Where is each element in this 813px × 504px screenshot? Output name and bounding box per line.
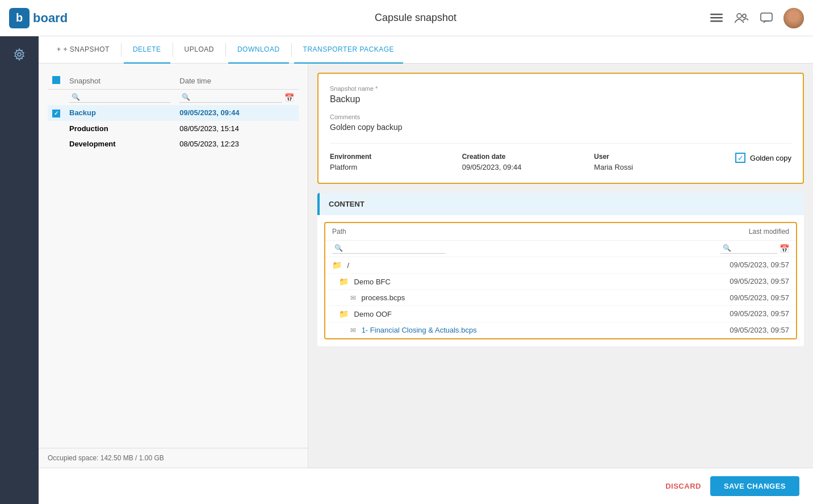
snapshot-name-1: Backup [65, 105, 175, 121]
content-title: CONTENT [317, 193, 804, 215]
search-row: 📅 [48, 90, 299, 106]
col-path: Path [325, 223, 635, 241]
col-datetime: Date time [175, 73, 299, 90]
calendar-icon[interactable]: 📅 [284, 93, 294, 102]
path-root: 📁 / [325, 257, 635, 273]
path-search-input[interactable] [332, 243, 446, 254]
content-table-wrap: Path Last modified [324, 222, 797, 339]
table-row[interactable]: 📁 / 09/05/2023, 09:57 [325, 257, 796, 273]
svg-rect-5 [761, 13, 772, 21]
golden-copy-col: ✓ Golden copy [726, 153, 791, 163]
snapshot-name-3: Development [65, 136, 175, 152]
snapshot-datetime-3: 08/05/2023, 12:23 [175, 136, 299, 152]
creation-date-value: 09/05/2023, 09:44 [462, 163, 594, 171]
header: b board Capsule snapshot [0, 0, 813, 36]
svg-rect-2 [710, 20, 723, 22]
path-demo-oof: 📁 Demo OOF [325, 305, 635, 322]
user-value: Maria Rossi [594, 163, 726, 171]
modified-demo-bfc: 09/05/2023, 09:57 [635, 273, 796, 289]
team-icon[interactable] [734, 10, 749, 26]
layout-body: + + SNAPSHOT DELETE UPLOAD DOWNLOAD TRAN… [0, 36, 813, 504]
table-row[interactable]: 📁 Demo BFC 09/05/2023, 09:57 [325, 273, 796, 289]
occupied-space: Occupied space: 142.50 MB / 1.00 GB [39, 448, 308, 468]
golden-copy-label: Golden copy [750, 154, 791, 162]
save-button[interactable]: SAVE CHANGES [710, 476, 799, 496]
row-checkbox-1[interactable]: ✓ [52, 110, 60, 117]
bottom-bar: DISCARD SAVE CHANGES [39, 468, 813, 504]
svg-point-4 [743, 14, 746, 18]
main-content: Snapshot Date time 📅 [39, 64, 813, 468]
download-button[interactable]: DOWNLOAD [228, 36, 289, 64]
menu-icon[interactable] [709, 10, 724, 26]
folder-icon: 📁 [332, 261, 342, 270]
detail-card: Snapshot name * Backup Comments Golden c… [317, 73, 804, 184]
environment-value: Platform [330, 163, 462, 171]
divider-3 [225, 43, 226, 57]
file-icon: ✉ [350, 294, 356, 302]
modified-demo-oof: 09/05/2023, 09:57 [635, 305, 796, 322]
upload-button[interactable]: UPLOAD [175, 36, 223, 64]
logo: b board [9, 8, 123, 28]
snapshot-button[interactable]: + + SNAPSHOT [48, 36, 119, 64]
file-icon: ✉ [350, 326, 356, 334]
delete-button[interactable]: DELETE [124, 36, 170, 64]
folder-icon: 📁 [339, 309, 349, 318]
left-panel: Snapshot Date time 📅 [39, 64, 308, 468]
content-table: Path Last modified [325, 223, 796, 338]
modified-search-input[interactable] [720, 243, 777, 254]
table-row[interactable]: ✉ process.bcps 09/05/2023, 09:57 [325, 289, 796, 305]
content-section: CONTENT Path Last modified [317, 193, 804, 346]
svg-point-6 [18, 53, 21, 56]
snapshot-name-2: Production [65, 121, 175, 136]
content-calendar-icon[interactable]: 📅 [780, 244, 789, 253]
select-all-checkbox[interactable] [52, 76, 60, 84]
creation-date-col: Creation date 09/05/2023, 09:44 [462, 153, 594, 171]
snapshot-name-label: Snapshot name * [330, 85, 791, 92]
snapshot-name-value: Backup [330, 94, 791, 104]
environment-label: Environment [330, 153, 462, 161]
chat-icon[interactable] [758, 10, 774, 26]
logo-text: board [33, 11, 68, 26]
folder-icon: 📁 [339, 277, 349, 286]
content-search-row: 📅 [325, 241, 796, 257]
divider-2 [173, 43, 173, 57]
plus-icon: + [57, 45, 61, 53]
meta-row: Environment Platform Creation date 09/05… [330, 143, 791, 171]
golden-copy-checkbox[interactable]: ✓ [735, 153, 745, 163]
sidebar [0, 36, 39, 504]
svg-rect-0 [710, 14, 723, 15]
comments-label: Comments [330, 114, 791, 120]
snapshot-search-input[interactable] [69, 92, 170, 103]
svg-point-3 [737, 14, 741, 18]
col-snapshot: Snapshot [65, 73, 175, 90]
table-row[interactable]: ✉ 1- Financial Closing & Actuals.bcps 09… [325, 322, 796, 338]
sidebar-settings-icon[interactable] [8, 43, 31, 66]
svg-rect-1 [710, 17, 723, 19]
divider-4 [291, 43, 292, 57]
modified-process: 09/05/2023, 09:57 [635, 289, 796, 305]
snapshot-datetime-2: 08/05/2023, 15:14 [175, 121, 299, 136]
table-row[interactable]: 📁 Demo OOF 09/05/2023, 09:57 [325, 305, 796, 322]
col-last-modified: Last modified [635, 223, 796, 241]
table-row[interactable]: ✓ Backup 09/05/2023, 09:44 [48, 105, 299, 121]
comments-value: Golden copy backup [330, 123, 791, 132]
user-label: User [594, 153, 726, 161]
divider-1 [121, 43, 121, 57]
modified-financial: 09/05/2023, 09:57 [635, 322, 796, 338]
logo-b-icon: b [9, 8, 30, 28]
path-process: ✉ process.bcps [325, 289, 635, 305]
datetime-search-input[interactable] [179, 92, 282, 103]
discard-button[interactable]: DISCARD [665, 482, 701, 490]
path-demo-bfc: 📁 Demo BFC [325, 273, 635, 289]
creation-date-label: Creation date [462, 153, 594, 161]
transporter-button[interactable]: TRANSPORTER PACKAGE [294, 36, 403, 64]
page-title: Capsule snapshot [123, 12, 709, 24]
table-row[interactable]: Development 08/05/2023, 12:23 [48, 136, 299, 152]
snapshot-datetime-1: 09/05/2023, 09:44 [175, 105, 299, 121]
toolbar: + + SNAPSHOT DELETE UPLOAD DOWNLOAD TRAN… [39, 36, 813, 64]
snapshot-table: Snapshot Date time 📅 [48, 73, 299, 152]
path-financial: ✉ 1- Financial Closing & Actuals.bcps [325, 322, 635, 338]
table-row[interactable]: Production 08/05/2023, 15:14 [48, 121, 299, 136]
avatar[interactable] [783, 8, 804, 28]
header-icons [709, 8, 804, 28]
